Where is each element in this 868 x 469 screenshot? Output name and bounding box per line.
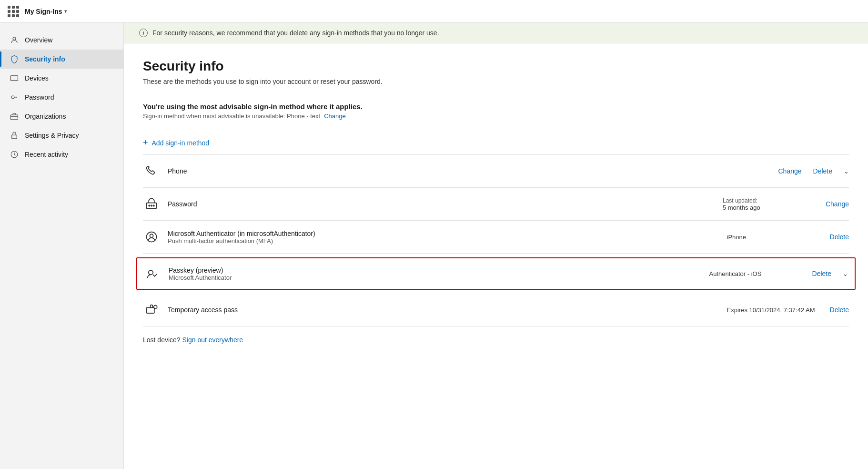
- method-info-password: Password: [168, 200, 715, 208]
- method-row-authenticator: Microsoft Authenticator (in microsoftAut…: [143, 221, 849, 254]
- phone-chevron-icon[interactable]: ⌄: [844, 168, 849, 175]
- banner-message: For security reasons, we recommend that …: [152, 29, 439, 37]
- passkey-delete-link[interactable]: Delete: [812, 270, 831, 277]
- plus-icon: +: [143, 138, 148, 148]
- method-info-passkey: Passkey (preview) Microsoft Authenticato…: [169, 266, 702, 281]
- svg-point-2: [11, 96, 14, 99]
- phone-delete-link[interactable]: Delete: [813, 167, 832, 175]
- svg-point-12: [149, 270, 153, 275]
- svg-point-9: [153, 205, 154, 206]
- advisable-title: You're using the most advisable sign-in …: [143, 102, 849, 111]
- svg-rect-1: [11, 76, 18, 81]
- svg-point-0: [13, 37, 16, 40]
- sidebar-label-organizations: Organizations: [25, 112, 66, 120]
- method-row-passkey: Passkey (preview) Microsoft Authenticato…: [136, 257, 856, 290]
- info-icon: i: [139, 29, 148, 37]
- method-row-tap: Temporary access pass Expires 10/31/2024…: [143, 294, 849, 326]
- svg-rect-4: [12, 135, 17, 139]
- tap-delete-link[interactable]: Delete: [830, 306, 849, 314]
- briefcase-icon: [10, 112, 19, 121]
- advisable-change-link[interactable]: Change: [324, 112, 346, 120]
- method-row-password: Password Last updated: 5 months ago Chan…: [143, 188, 849, 221]
- page-title: Security info: [143, 59, 849, 74]
- method-actions-phone: Change Delete ⌄: [778, 167, 849, 175]
- key-icon: [10, 92, 19, 102]
- tap-icon: [143, 301, 160, 318]
- sidebar-label-security-info: Security info: [25, 55, 65, 63]
- advisable-sub-text: Sign-in method when most advisable is un…: [143, 112, 320, 120]
- password-change-link[interactable]: Change: [826, 200, 849, 208]
- svg-rect-13: [147, 307, 154, 313]
- method-name-phone: Phone: [168, 167, 667, 175]
- app-title-text: My Sign-Ins: [25, 8, 62, 15]
- sidebar-item-password[interactable]: Password: [0, 88, 123, 107]
- method-actions-passkey: Delete ⌄: [812, 270, 848, 277]
- person-icon: [10, 35, 19, 45]
- sidebar-item-settings-privacy[interactable]: Settings & Privacy: [0, 126, 123, 145]
- add-method-label: Add sign-in method: [152, 139, 210, 147]
- password-detail-label: Last updated:: [723, 197, 818, 204]
- method-detail-tap: Expires 10/31/2024, 7:37:42 AM: [727, 306, 822, 314]
- phone-change-link[interactable]: Change: [778, 167, 801, 175]
- topbar: My Sign-Ins ▾: [0, 0, 868, 23]
- lost-device-text: Lost device?: [143, 336, 181, 344]
- method-actions-authenticator: Delete: [830, 233, 849, 241]
- sidebar: Overview Security info Devices Password: [0, 23, 124, 469]
- sidebar-item-recent-activity[interactable]: Recent activity: [0, 145, 123, 164]
- method-name-sub-passkey: Microsoft Authenticator: [169, 274, 702, 281]
- security-banner: i For security reasons, we recommend tha…: [124, 23, 868, 43]
- authenticator-detail-value: iPhone: [727, 234, 746, 241]
- sidebar-label-overview: Overview: [25, 36, 52, 44]
- advisable-box: You're using the most advisable sign-in …: [143, 97, 849, 127]
- passkey-detail-value: Authenticator - iOS: [709, 270, 762, 277]
- method-info-tap: Temporary access pass: [168, 306, 719, 314]
- lost-device-section: Lost device? Sign out everywhere: [143, 326, 849, 353]
- page-subtitle: These are the methods you use to sign in…: [143, 78, 849, 85]
- method-name-passkey: Passkey (preview): [169, 266, 702, 274]
- method-name-authenticator: Microsoft Authenticator (in microsoftAut…: [168, 230, 719, 237]
- method-detail-passkey: Authenticator - iOS: [709, 270, 805, 277]
- main-content: i For security reasons, we recommend tha…: [124, 23, 868, 469]
- authenticator-delete-link[interactable]: Delete: [830, 233, 849, 241]
- sidebar-label-password: Password: [25, 93, 54, 101]
- sidebar-label-recent-activity: Recent activity: [25, 151, 68, 158]
- method-name-sub-authenticator: Push multi-factor authentication (MFA): [168, 237, 719, 245]
- svg-point-8: [151, 205, 152, 206]
- clock-icon: [10, 150, 19, 159]
- advisable-sub: Sign-in method when most advisable is un…: [143, 112, 849, 120]
- passkey-icon: [144, 265, 161, 282]
- method-row-phone: Phone Change Delete ⌄: [143, 155, 849, 188]
- svg-point-7: [149, 205, 150, 206]
- laptop-icon: [10, 73, 19, 83]
- method-name-password: Password: [168, 200, 715, 208]
- add-sign-in-method-button[interactable]: + Add sign-in method: [143, 131, 849, 155]
- app-title-chevron: ▾: [64, 9, 67, 14]
- method-actions-password: Change: [826, 200, 849, 208]
- lock-icon: [10, 131, 19, 140]
- svg-point-14: [154, 306, 157, 309]
- sidebar-item-devices[interactable]: Devices: [0, 69, 123, 88]
- shield-icon: [10, 54, 19, 64]
- app-title[interactable]: My Sign-Ins ▾: [25, 8, 67, 15]
- phone-icon: [143, 163, 160, 180]
- password-icon: [143, 195, 160, 213]
- method-detail-authenticator: iPhone: [727, 234, 822, 241]
- method-detail-password: Last updated: 5 months ago: [723, 197, 818, 211]
- sidebar-item-security-info[interactable]: Security info: [0, 50, 123, 69]
- sign-out-everywhere-link[interactable]: Sign out everywhere: [182, 336, 243, 344]
- sidebar-label-settings-privacy: Settings & Privacy: [25, 132, 79, 139]
- method-info-phone: Phone: [168, 167, 667, 175]
- authenticator-icon: [143, 228, 160, 245]
- app-grid-icon[interactable]: [8, 6, 19, 17]
- tap-detail-value: Expires 10/31/2024, 7:37:42 AM: [727, 306, 815, 314]
- method-actions-tap: Delete: [830, 306, 849, 314]
- sidebar-item-overview[interactable]: Overview: [0, 31, 123, 50]
- password-detail-value: 5 months ago: [723, 204, 818, 211]
- sidebar-item-organizations[interactable]: Organizations: [0, 107, 123, 126]
- method-name-tap: Temporary access pass: [168, 306, 719, 314]
- sidebar-label-devices: Devices: [25, 74, 49, 82]
- method-info-authenticator: Microsoft Authenticator (in microsoftAut…: [168, 230, 719, 245]
- svg-rect-3: [11, 115, 18, 120]
- svg-point-11: [150, 234, 153, 237]
- passkey-chevron-icon[interactable]: ⌄: [843, 270, 848, 277]
